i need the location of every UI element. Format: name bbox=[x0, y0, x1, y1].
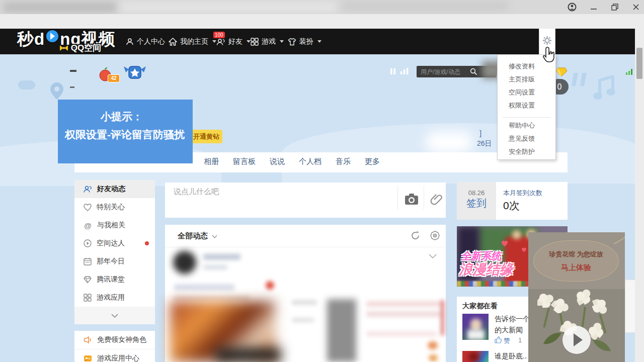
play-circle-logo-icon bbox=[45, 29, 60, 44]
flower bbox=[597, 299, 607, 309]
menu-feedback[interactable]: 意见反馈 bbox=[509, 132, 554, 145]
sidebar-item-that-year-today[interactable]: 那年今日 bbox=[74, 252, 155, 270]
sidebar-item-game-apps[interactable]: 游戏应用 bbox=[74, 289, 155, 307]
blurred-line bbox=[292, 300, 317, 305]
blurred-red-dot bbox=[266, 281, 274, 290]
like-count: 1 bbox=[518, 336, 522, 344]
watching-title: 大家都在看 bbox=[462, 302, 498, 311]
flower bbox=[555, 297, 567, 309]
feed-header-divider bbox=[165, 247, 446, 247]
menu-permission-settings[interactable]: 权限设置 bbox=[509, 99, 554, 112]
like-icon[interactable] bbox=[495, 336, 502, 343]
blurred-nickname-dash bbox=[70, 86, 74, 88]
video-tip-overlay: 小提示： 权限设置-评论留言防骚扰 bbox=[58, 100, 193, 163]
gear-icon[interactable] bbox=[543, 36, 551, 45]
nav-my-home[interactable]: 我的主页 bbox=[169, 29, 216, 54]
sidebar-item-special-care[interactable]: 特别关心 bbox=[74, 198, 155, 216]
sidebar-label: 游戏应用中心 bbox=[97, 354, 139, 362]
heart-deco-icon bbox=[521, 247, 527, 252]
composer-divider bbox=[397, 186, 398, 210]
watching-item-text: 的大新闻 bbox=[495, 326, 523, 335]
settings-dropdown-menu: 修改资料 主页排版 空间设置 权限设置 帮助中心 意见反馈 安全防护 bbox=[497, 54, 556, 160]
post-composer[interactable]: 说点儿什么吧 bbox=[165, 183, 446, 218]
sidebar-expand-button[interactable] bbox=[74, 307, 155, 324]
video-thumbnail bbox=[462, 314, 489, 340]
like-label[interactable]: 赞 bbox=[504, 336, 510, 345]
camera-icon[interactable] bbox=[405, 193, 419, 205]
logo-text: 秒d bbox=[17, 30, 45, 48]
leaf-line1: 珍贵花馆 为您绽放 bbox=[534, 250, 618, 259]
sidebar-item-related-to-me[interactable]: @ 与我相关 bbox=[74, 216, 155, 234]
video-ad-overlay[interactable]: 珍贵花馆 为您绽放 马上体验 bbox=[528, 232, 625, 362]
cursor-hand-icon bbox=[542, 46, 556, 64]
apps-grid-icon bbox=[84, 294, 92, 302]
heart-icon bbox=[84, 204, 92, 211]
nav-personal-center[interactable]: 个人中心 bbox=[126, 29, 165, 54]
tab-albums[interactable]: 相册 bbox=[204, 157, 219, 166]
minimize-icon[interactable] bbox=[590, 4, 597, 11]
browser-profile-icon[interactable] bbox=[568, 3, 577, 12]
sidebar-item-game-center[interactable]: 游戏应用中心 bbox=[74, 349, 155, 362]
blurred-text bbox=[203, 254, 240, 260]
refresh-icon[interactable] bbox=[411, 231, 420, 240]
search-icon[interactable] bbox=[470, 68, 477, 75]
calendar-icon bbox=[84, 257, 92, 265]
nav-dressup[interactable]: 装扮 bbox=[288, 29, 321, 54]
chevron-down-icon bbox=[111, 314, 118, 318]
profile-tabs: 相册 留言板 说说 个人档 音乐 更多 bbox=[204, 157, 380, 166]
signin-widget[interactable]: 08.26 签到 本月签到次数 0次 bbox=[457, 182, 568, 220]
stats-bars-icon[interactable] bbox=[400, 67, 409, 75]
pause-icon[interactable] bbox=[389, 68, 396, 75]
watching-item-text: 谁是卧底.. bbox=[495, 352, 527, 361]
watermark-subtitle: QQ空间 bbox=[59, 42, 101, 54]
signin-count: 0次 bbox=[503, 199, 520, 213]
feed-filter[interactable]: 全部动态 bbox=[178, 231, 217, 241]
blurred-orange-dot bbox=[429, 354, 438, 361]
bracket-text: ] bbox=[479, 129, 481, 137]
menu-security[interactable]: 安全防护 bbox=[509, 145, 554, 158]
sidebar-label: 腾讯课堂 bbox=[97, 275, 125, 284]
close-icon[interactable] bbox=[632, 4, 639, 11]
yellow-diamond-icon[interactable] bbox=[555, 67, 568, 77]
scrollbar-thumb[interactable] bbox=[636, 48, 642, 79]
blurred-line bbox=[292, 318, 314, 322]
sidebar-item-zone-star[interactable]: 空间达人 bbox=[74, 234, 155, 252]
feed-settings-icon[interactable] bbox=[430, 231, 440, 240]
signin-left: 08.26 签到 bbox=[457, 182, 496, 220]
thumb-circle bbox=[468, 352, 479, 362]
sidebar-label: 那年今日 bbox=[97, 257, 125, 266]
leaf-banner[interactable]: 珍贵花馆 为您绽放 马上体验 bbox=[533, 240, 619, 282]
sidebar-item-friends-feed[interactable]: 好友动态 bbox=[74, 180, 155, 198]
flower bbox=[575, 290, 586, 301]
video-thumbnail bbox=[462, 351, 489, 362]
deco-quote-icon bbox=[572, 73, 589, 86]
browser-urlbar-row: 1002575332&ADSESSION=1535250507&ADTAG=CL… bbox=[0, 14, 644, 29]
sidebar-item-free-goddess[interactable]: 免费领女神角色 bbox=[74, 331, 155, 349]
tab-message-board[interactable]: 留言板 bbox=[233, 157, 256, 166]
nav-label: 装扮 bbox=[299, 37, 313, 46]
chevron-down-icon bbox=[247, 40, 251, 43]
nav-friends[interactable]: 100 好友 bbox=[216, 29, 251, 54]
collapse-chevron-icon[interactable] bbox=[429, 254, 437, 259]
sidebar-label: 空间达人 bbox=[97, 239, 125, 248]
tab-music[interactable]: 音乐 bbox=[336, 157, 351, 166]
menu-space-settings[interactable]: 空间设置 bbox=[509, 86, 554, 99]
tab-profile-doc[interactable]: 个人档 bbox=[299, 157, 321, 166]
nav-games[interactable]: 游戏 bbox=[251, 29, 284, 54]
blurred-orange-dot bbox=[428, 341, 438, 349]
sidebar-item-tencent-class[interactable]: 腾讯课堂 bbox=[74, 270, 155, 289]
blurred-pink-line bbox=[366, 311, 442, 317]
menu-help-center[interactable]: 帮助中心 bbox=[509, 119, 554, 132]
deco-cloud bbox=[18, 80, 35, 89]
home-icon bbox=[169, 38, 177, 46]
paperclip-icon[interactable] bbox=[430, 193, 443, 206]
restore-icon[interactable] bbox=[611, 4, 618, 11]
play-button-icon[interactable] bbox=[562, 326, 591, 354]
flower-stem bbox=[599, 314, 607, 334]
tab-more[interactable]: 更多 bbox=[365, 157, 380, 166]
menu-homepage-layout[interactable]: 主页排版 bbox=[509, 73, 554, 86]
signal-icon bbox=[625, 68, 633, 75]
tab-shuoshuo[interactable]: 说说 bbox=[270, 157, 285, 166]
open-yellow-diamond-button[interactable]: 开通黄钻 bbox=[190, 130, 222, 143]
leaf-cta[interactable]: 马上体验 bbox=[534, 263, 618, 273]
